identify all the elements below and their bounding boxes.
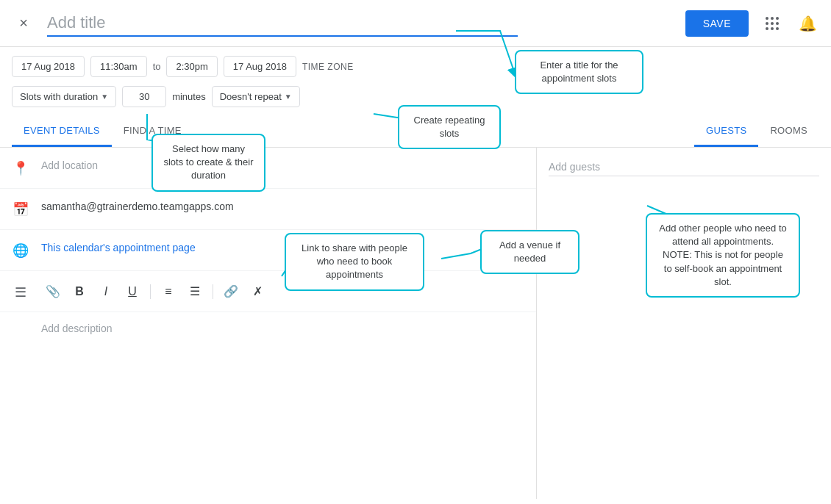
guest-input[interactable] [549, 158, 819, 176]
header: × SAVE 🔔 [0, 0, 831, 47]
start-time[interactable]: 11:30am [90, 56, 147, 77]
link-button[interactable]: 🔗 [219, 280, 243, 303]
callout-guests: Add other people who need to attend all … [646, 213, 800, 298]
callout-link: Link to share with people who need to bo… [285, 233, 424, 291]
appointment-page-row: 🌐 This calendar's appointment page [0, 230, 536, 271]
notifications-icon[interactable]: 🔔 [796, 12, 819, 35]
location-row: 📍 Add location [0, 148, 536, 189]
callout-title-enter: Enter a title for the appointment slots [515, 50, 643, 94]
header-actions: SAVE 🔔 [685, 10, 819, 37]
main-content: 📍 Add location 📅 samantha@gtrainerdemo.t… [0, 148, 831, 499]
repeat-dropdown[interactable]: Doesn't repeat ▼ [212, 86, 300, 107]
organizer-row: 📅 samantha@gtrainerdemo.teamgapps.com [0, 189, 536, 230]
start-date[interactable]: 17 Aug 2018 [12, 56, 85, 77]
close-button[interactable]: × [12, 12, 35, 35]
appointment-page-link[interactable]: This calendar's appointment page [41, 240, 524, 255]
slots-dropdown[interactable]: Slots with duration ▼ [12, 86, 116, 107]
italic-button[interactable]: I [94, 280, 118, 303]
minutes-label: minutes [172, 91, 206, 102]
title-input[interactable] [47, 10, 518, 37]
apps-grid [766, 17, 779, 30]
bold-button[interactable]: B [68, 280, 91, 303]
callout-venue: Add a venue if needed [480, 230, 579, 274]
underline-button[interactable]: U [121, 280, 144, 303]
save-button[interactable]: SAVE [685, 10, 749, 37]
end-date[interactable]: 17 Aug 2018 [224, 56, 296, 77]
timezone-button[interactable]: TIME ZONE [302, 62, 354, 72]
location-field[interactable]: Add location [41, 158, 524, 173]
organizer-email: samantha@gtrainerdemo.teamgapps.com [41, 199, 524, 214]
grid-icon[interactable] [760, 12, 784, 35]
description-toolbar-row: ☰ 📎 B I U ≡ ☰ 🔗 ✗ [0, 271, 536, 312]
ordered-list-button[interactable]: ≡ [157, 280, 180, 303]
location-icon: 📍 [12, 159, 29, 177]
editor-toolbar: 📎 B I U ≡ ☰ 🔗 ✗ [41, 280, 524, 303]
clear-format-button[interactable]: ✗ [246, 280, 269, 303]
unordered-list-button[interactable]: ☰ [183, 280, 207, 303]
tab-guests[interactable]: GUESTS [694, 116, 758, 147]
toolbar-separator-1 [150, 284, 151, 299]
tab-rooms[interactable]: ROOMS [758, 116, 819, 147]
duration-input[interactable] [122, 86, 166, 107]
right-panel [537, 148, 831, 499]
attach-button[interactable]: 📎 [41, 280, 65, 303]
toolbar-separator-2 [213, 284, 213, 299]
right-tabs: GUESTS ROOMS [694, 116, 819, 147]
left-panel: 📍 Add location 📅 samantha@gtrainerdemo.t… [0, 148, 537, 499]
end-time[interactable]: 2:30pm [166, 56, 217, 77]
calendar-icon: 📅 [12, 201, 29, 218]
callout-slots: Select how many slots to create & their … [151, 134, 265, 192]
repeat-dropdown-arrow: ▼ [285, 93, 292, 101]
callout-repeat: Create repeating slots [398, 105, 501, 149]
description-area[interactable]: Add description [0, 312, 536, 400]
date-row: 17 Aug 2018 11:30am to 2:30pm 17 Aug 201… [0, 47, 831, 83]
slots-dropdown-arrow: ▼ [101, 93, 108, 101]
globe-icon: 🌐 [12, 242, 29, 259]
tab-event-details[interactable]: EVENT DETAILS [12, 116, 112, 147]
to-label: to [153, 61, 161, 72]
description-icon: ☰ [12, 284, 29, 301]
